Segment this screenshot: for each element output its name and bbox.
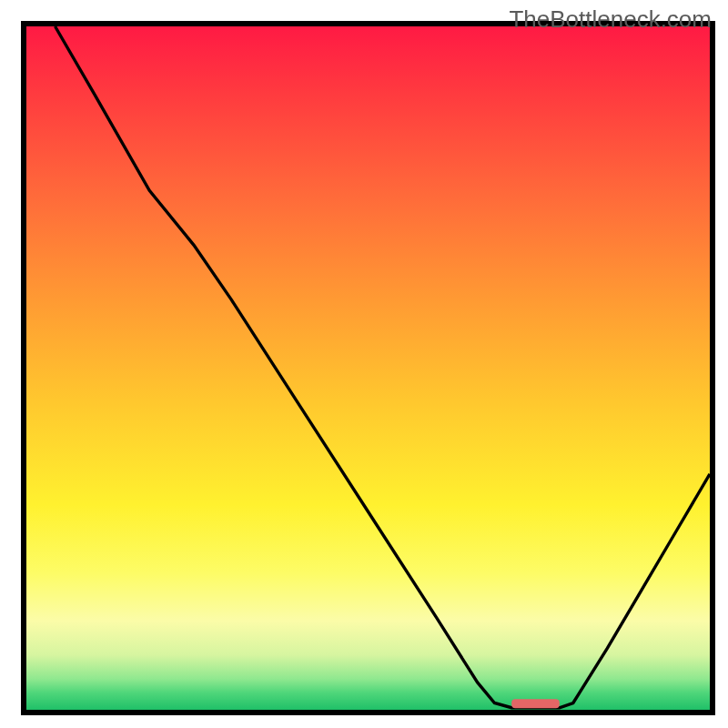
optimal-marker [511, 699, 560, 708]
plot-background [26, 26, 710, 710]
chart-svg [0, 0, 728, 728]
bottleneck-chart: TheBottleneck.com [0, 0, 728, 728]
watermark-text: TheBottleneck.com [509, 5, 712, 34]
